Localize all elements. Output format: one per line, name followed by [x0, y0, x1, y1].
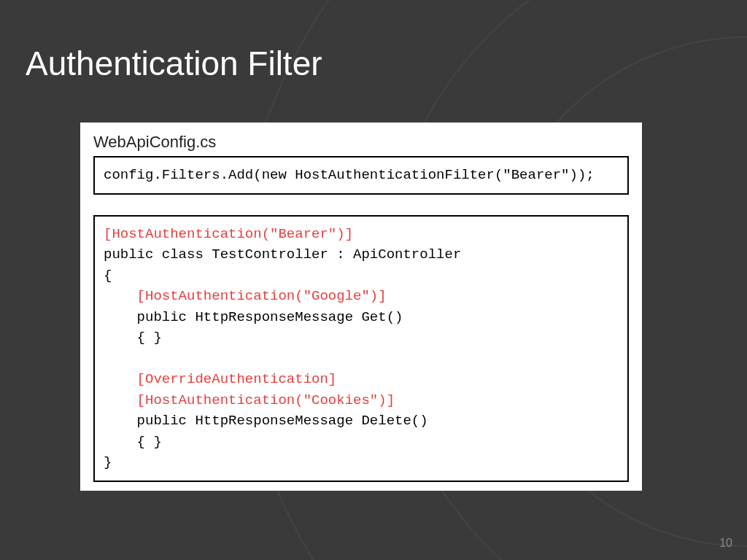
code-line: { } — [104, 330, 162, 346]
content-card: WebApiConfig.cs config.Filters.Add(new H… — [80, 122, 642, 491]
code-attribute: [OverrideAuthentication] — [137, 371, 337, 387]
slide-title: Authentication Filter — [26, 44, 322, 83]
code-line: config.Filters.Add(new HostAuthenticatio… — [104, 167, 595, 183]
code-attribute: [HostAuthentication("Cookies")] — [137, 392, 395, 408]
code-snippet-config: config.Filters.Add(new HostAuthenticatio… — [93, 156, 629, 195]
code-indent — [104, 371, 137, 387]
code-indent — [104, 288, 137, 304]
code-indent — [104, 392, 137, 408]
file-name-label: WebApiConfig.cs — [93, 133, 629, 152]
code-line: } — [104, 454, 112, 470]
code-attribute: [HostAuthentication("Google")] — [137, 288, 387, 304]
page-number: 10 — [719, 537, 732, 550]
code-attribute: [HostAuthentication("Bearer")] — [104, 226, 353, 242]
code-line: { } — [104, 434, 162, 450]
code-line: public class TestController : ApiControl… — [104, 246, 461, 262]
code-line: { — [104, 268, 112, 284]
code-line: public HttpResponseMessage Get() — [104, 309, 403, 325]
code-snippet-controller: [HostAuthentication("Bearer")] public cl… — [93, 215, 629, 482]
code-line: public HttpResponseMessage Delete() — [104, 413, 428, 429]
